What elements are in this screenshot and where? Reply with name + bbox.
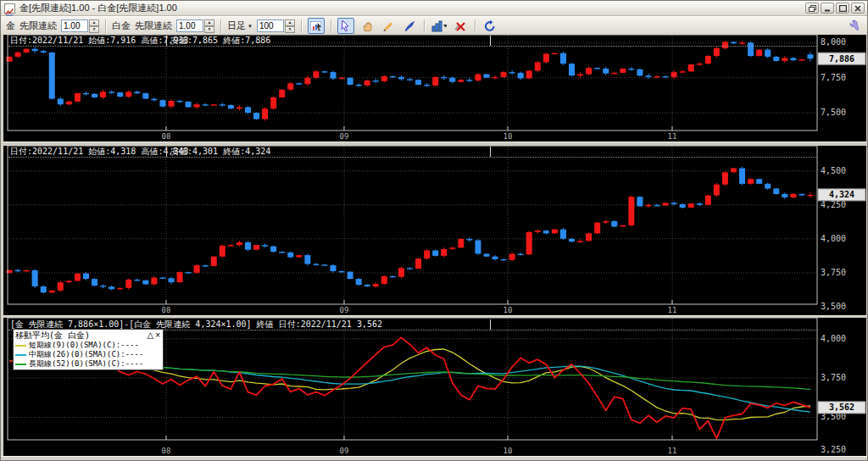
info-divider bbox=[166, 36, 167, 46]
month-tick-label: 09 bbox=[340, 306, 349, 314]
info-divider bbox=[490, 319, 491, 330]
month-tick-label: 08 bbox=[162, 132, 171, 141]
legend-close-icon[interactable]: × bbox=[154, 331, 161, 340]
panel-splitter[interactable] bbox=[3, 142, 866, 146]
moving-average-legend[interactable]: 移動平均(金 白金) △ × 短期線(9)(0)(SMA)(C):---- 中期… bbox=[13, 329, 164, 370]
y-axis-label: 3,750 bbox=[821, 268, 846, 277]
y-axis-label: 4,000 bbox=[821, 334, 846, 343]
info-divider bbox=[490, 147, 491, 157]
y-axis-label: 3,250 bbox=[821, 445, 846, 454]
plot-border bbox=[8, 35, 817, 131]
panel-splitter[interactable] bbox=[3, 315, 866, 318]
y-axis-label: 8,000 bbox=[821, 37, 846, 47]
chart-window: 金[先限連続]1.00 - 白金[先限連続]1.00 金 先限連続 ▲ ▼ bbox=[0, 0, 868, 461]
month-tick-label: 08 bbox=[162, 447, 171, 455]
platinum-info-bar: 日付:2022/11/21 始値:4,318 高値:4,343 安値:4,301… bbox=[8, 147, 817, 158]
gold-ohlc-info-left: 日付:2022/11/21 始値:7,916 高値:7,933 bbox=[10, 36, 189, 46]
info-divider bbox=[490, 36, 491, 46]
y-axis-label: 3,750 bbox=[821, 373, 846, 382]
short-ma-swatch bbox=[15, 345, 26, 347]
y-axis-label: 4,500 bbox=[821, 166, 846, 175]
y-axis-label: 7,750 bbox=[821, 73, 846, 82]
legend-item-long-ma: 長期線(52)(0)(SMA)(C):---- bbox=[15, 359, 161, 369]
month-tick-label: 09 bbox=[340, 447, 349, 455]
platinum-candles bbox=[7, 167, 814, 294]
current-price-value: 7,886 bbox=[829, 54, 854, 64]
current-price-value: 3,562 bbox=[829, 403, 854, 412]
gold-ohlc-info-right: 安値:7,865 終値:7,886 bbox=[170, 36, 270, 46]
current-price-value: 4,324 bbox=[829, 190, 854, 199]
month-tick-label: 08 bbox=[162, 306, 171, 314]
chart-panel-0: 080910118,0007,7507,5007,886 bbox=[7, 35, 866, 141]
info-divider bbox=[166, 147, 167, 157]
y-axis-label: 7,500 bbox=[821, 108, 846, 117]
month-tick-label: 11 bbox=[668, 132, 677, 141]
legend-collapse-icon[interactable]: △ bbox=[146, 331, 154, 340]
platinum-ohlc-info-right: 安値:4,301 終値:4,324 bbox=[170, 147, 270, 157]
month-tick-label: 10 bbox=[504, 306, 513, 314]
month-tick-label: 09 bbox=[340, 132, 349, 141]
y-axis-label: 4,000 bbox=[821, 234, 846, 243]
month-tick-label: 11 bbox=[668, 447, 677, 455]
mid-ma-swatch bbox=[15, 354, 26, 356]
gold-info-bar: 日付:2022/11/21 始値:7,916 高値:7,933 安値:7,865… bbox=[8, 36, 817, 47]
y-axis-label: 4,250 bbox=[821, 200, 846, 209]
platinum-ohlc-info-left: 日付:2022/11/21 始値:4,318 高値:4,343 bbox=[10, 147, 189, 157]
month-tick-label: 10 bbox=[504, 132, 513, 141]
gold-candles bbox=[7, 41, 814, 121]
long-ma-swatch bbox=[15, 364, 26, 365]
month-tick-label: 11 bbox=[668, 306, 677, 314]
price-charts-svg[interactable]: 080910118,0007,7507,5007,886080910114,50… bbox=[1, 1, 868, 461]
month-tick-label: 10 bbox=[504, 447, 513, 455]
window-bottom-edge bbox=[1, 456, 867, 461]
y-axis-label: 3,500 bbox=[821, 302, 846, 311]
chart-panel-1: 080910114,5004,2504,0003,7503,5004,324 bbox=[7, 146, 866, 314]
